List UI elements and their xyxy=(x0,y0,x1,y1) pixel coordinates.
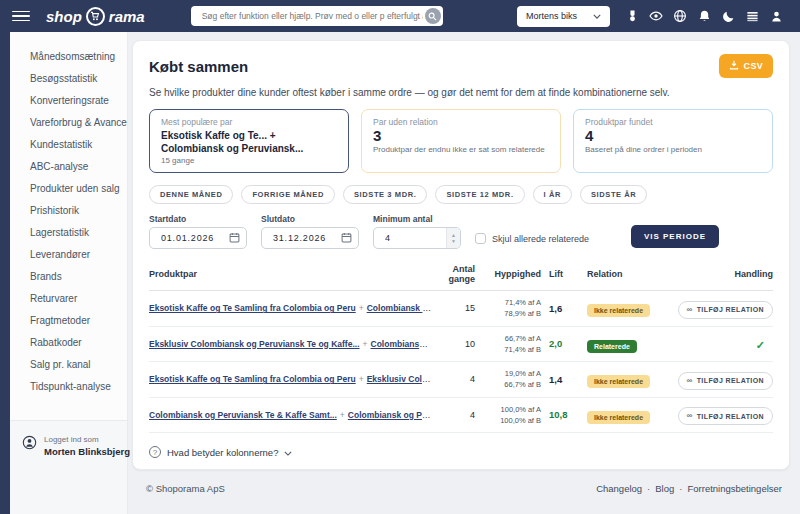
app-logo[interactable]: shop rama xyxy=(46,7,145,26)
skjul-relaterede-toggle: Skjul allerede relaterede xyxy=(475,233,589,249)
stat-value: Eksotisk Kaffe og Te... + Colombiansk og… xyxy=(161,129,337,155)
sidebar-item-abc-analyse[interactable]: ABC-analyse xyxy=(10,155,127,177)
stepper-icon[interactable]: ▲▼ xyxy=(446,228,460,248)
related-check-icon: ✓ xyxy=(756,339,773,351)
globe-icon[interactable] xyxy=(668,5,692,27)
sidebar-item-lagerstatistik[interactable]: Lagerstatistik xyxy=(10,221,127,243)
stat-card-popular-pair: Mest populære par Eksotisk Kaffe og Te..… xyxy=(149,109,349,173)
page-subtitle: Se hvilke produkter dine kunder oftest k… xyxy=(149,87,773,98)
pair-separator: + xyxy=(359,303,364,313)
sidebar-item-salg-pr-kanal[interactable]: Salg pr. kanal xyxy=(10,353,127,375)
col-handling: Handling xyxy=(675,269,773,279)
skjul-relaterede-checkbox[interactable] xyxy=(475,233,486,244)
eye-icon[interactable] xyxy=(644,5,668,27)
col-produktpar: Produktpar xyxy=(149,269,431,279)
columns-help-toggle[interactable]: ? Hvad betyder kolonnerne? xyxy=(149,446,773,458)
chip-forrige-maaned[interactable]: FORRIGE MÅNED xyxy=(241,185,335,204)
vis-periode-button[interactable]: VIS PERIODE xyxy=(631,225,719,248)
table-row: Eksotisk Kaffe og Te Samling fra Colombi… xyxy=(149,362,773,398)
award-icon[interactable] xyxy=(620,5,644,27)
footer-link-blog[interactable]: Blog xyxy=(655,483,674,494)
chevron-down-icon xyxy=(593,11,601,21)
csv-export-button[interactable]: CSV xyxy=(719,54,773,78)
sidebar-item-brands[interactable]: Brands xyxy=(10,265,127,287)
sidebar-item-konverteringsrate[interactable]: Konverteringsrate xyxy=(10,89,127,111)
relation-cell: Ikke relaterede xyxy=(587,299,667,317)
store-selector[interactable]: Mortens biks xyxy=(517,6,610,27)
sidebar-item-kundestatistik[interactable]: Kundestatistik xyxy=(10,133,127,155)
product-pair: Eksotisk Kaffe og Te Samling fra Colombi… xyxy=(149,374,431,384)
product-link-a[interactable]: Eksklusiv Colombiansk og Peruviansk Te o… xyxy=(149,339,360,349)
relation-cell: Ikke relaterede xyxy=(587,406,667,424)
stat-card-pairs-found: Produktpar fundet 4 Baseret på dine ordr… xyxy=(573,109,773,173)
relation-badge: Relaterede xyxy=(587,340,637,353)
pair-separator: + xyxy=(340,410,345,420)
store-selector-label: Mortens biks xyxy=(526,11,577,21)
minimum-antal-input[interactable] xyxy=(383,232,446,244)
pair-separator: + xyxy=(359,374,364,384)
link-icon: ∞ xyxy=(687,377,693,385)
logged-in-block[interactable]: Logget ind som Morten Blinksbjerg N... xyxy=(10,420,127,514)
sidebar-item-produkter-uden-salg[interactable]: Produkter uden salg xyxy=(10,177,127,199)
search-input[interactable] xyxy=(200,10,425,22)
sidebar-item-tidspunkt-analyse[interactable]: Tidspunkt-analyse xyxy=(10,375,127,397)
stat-value: 3 xyxy=(373,127,549,144)
chip-denne-maaned[interactable]: DENNE MÅNED xyxy=(149,185,233,204)
search-button[interactable] xyxy=(425,8,441,24)
stat-value: 4 xyxy=(585,127,761,144)
pairs-table: Produktpar Antal gange Hyppighed Lift Re… xyxy=(149,261,773,433)
sidebar-item-maanedsomsaetning[interactable]: Månedsomsætning xyxy=(10,45,127,67)
product-link-a[interactable]: Eksotisk Kaffe og Te Samling fra Colombi… xyxy=(149,374,356,384)
product-link-b[interactable]: Eksklusiv Colombiansk og Peruviansk Te- … xyxy=(367,374,431,384)
filter-bar: Startdato Slutdato Minimum antal ▲▼ xyxy=(149,214,773,249)
link-icon: ∞ xyxy=(687,412,693,420)
sidebar-item-fragtmetoder[interactable]: Fragtmetoder xyxy=(10,309,127,331)
sidebar-item-besoegsstatistik[interactable]: Besøgsstatistik xyxy=(10,67,127,89)
footer-link-changelog[interactable]: Changelog xyxy=(596,483,642,494)
add-relation-button[interactable]: ∞ TILFØJ RELATION xyxy=(678,372,773,390)
stat-label: Mest populære par xyxy=(161,117,337,127)
stat-cards: Mest populære par Eksotisk Kaffe og Te..… xyxy=(149,109,773,173)
user-icon[interactable] xyxy=(764,5,788,27)
add-relation-button[interactable]: ∞ TILFØJ RELATION xyxy=(678,301,773,319)
topbar-icons xyxy=(620,5,788,27)
sidebar-nav: Månedsomsætning Besøgsstatistik Konverte… xyxy=(10,32,127,397)
menu-icon[interactable] xyxy=(12,11,30,22)
startdato-label: Startdato xyxy=(149,214,247,224)
product-link-b[interactable]: Colombiansk og Peruviansk Te og Kaffe xyxy=(371,339,432,349)
startdato-input[interactable] xyxy=(159,232,229,244)
product-link-a[interactable]: Eksotisk Kaffe og Te Samling fra Colombi… xyxy=(149,303,356,313)
link-icon: ∞ xyxy=(687,306,693,314)
calendar-icon[interactable] xyxy=(229,229,240,247)
sidebar: Månedsomsætning Besøgsstatistik Konverte… xyxy=(10,32,128,514)
footer-link-forretningsbetingelser[interactable]: Forretningsbetingelser xyxy=(687,483,782,494)
sidebar-item-prishistorik[interactable]: Prishistorik xyxy=(10,199,127,221)
action-cell: ∞ TILFØJ RELATION xyxy=(675,404,773,425)
slutdato-input[interactable] xyxy=(271,232,341,244)
add-relation-button[interactable]: ∞ TILFØJ RELATION xyxy=(678,407,773,425)
col-lift: Lift xyxy=(549,269,579,279)
sidebar-item-leverandoerer[interactable]: Leverandører xyxy=(10,243,127,265)
chip-sidste-3-mdr[interactable]: SIDSTE 3 MDR. xyxy=(343,185,427,204)
list-icon[interactable] xyxy=(740,5,764,27)
product-link-a[interactable]: Colombiansk og Peruviansk Te & Kaffe Sam… xyxy=(149,410,337,420)
moon-icon[interactable] xyxy=(716,5,740,27)
sidebar-item-vareforbrug-avance[interactable]: Vareforbrug & Avance xyxy=(10,111,127,133)
table-row: Eksotisk Kaffe og Te Samling fra Colombi… xyxy=(149,291,773,327)
sidebar-item-rabatkoder[interactable]: Rabatkoder xyxy=(10,331,127,353)
chip-i-aar[interactable]: I ÅR xyxy=(533,185,572,204)
chip-sidste-12-mdr[interactable]: SIDSTE 12 MDR. xyxy=(435,185,524,204)
stat-sub: Produktpar der endnu ikke er sat som rel… xyxy=(373,145,549,154)
product-link-b[interactable]: Colombiansk og Peruviansk Te og Kaffe Sa… xyxy=(367,303,431,313)
chip-sidste-aar[interactable]: SIDSTE ÅR xyxy=(580,185,647,204)
product-link-b[interactable]: Colombiansk og Peruviansk Te og Kaffe Sa… xyxy=(348,410,431,420)
product-pair: Eksotisk Kaffe og Te Samling fra Colombi… xyxy=(149,303,431,313)
main-area: Købt sammen CSV Se hvilke produkter dine… xyxy=(128,32,800,514)
bell-icon[interactable] xyxy=(692,5,716,27)
dot-separator: · xyxy=(679,483,682,494)
count-cell: 15 xyxy=(439,303,475,313)
sidebar-item-returvarer[interactable]: Returvarer xyxy=(10,287,127,309)
lift-cell: 10,8 xyxy=(549,409,579,420)
calendar-icon[interactable] xyxy=(341,229,352,247)
table-row: Eksklusiv Colombiansk og Peruviansk Te o… xyxy=(149,327,773,363)
